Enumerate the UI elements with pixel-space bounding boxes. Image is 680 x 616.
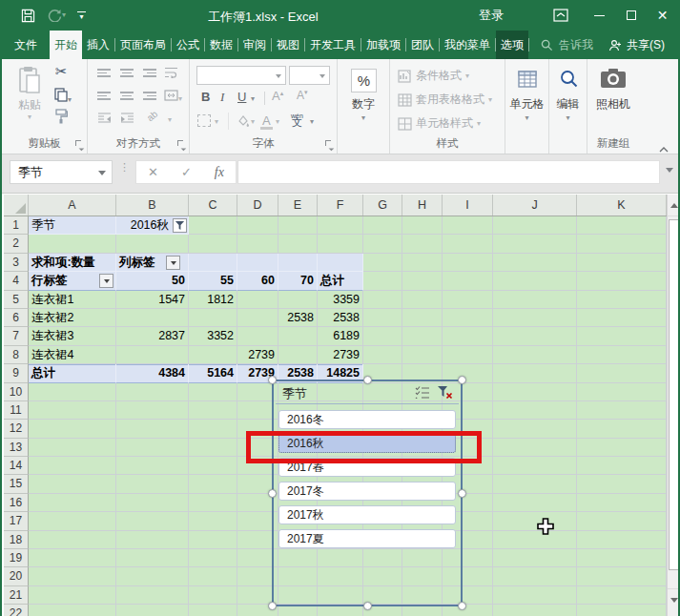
cell-K19[interactable] (577, 549, 667, 567)
cell-B4[interactable]: 50 (116, 272, 189, 290)
cell-A15[interactable] (29, 475, 116, 493)
slicer-handle[interactable] (458, 376, 466, 384)
cell-J9[interactable] (493, 364, 577, 382)
row-header-1[interactable]: 1 (4, 216, 29, 235)
sign-in[interactable]: 登录 (479, 7, 504, 24)
cell-B17[interactable] (116, 512, 189, 530)
tab-审阅[interactable]: 审阅 (238, 31, 271, 59)
cell-F1[interactable] (318, 216, 363, 235)
cell-K10[interactable] (577, 383, 667, 401)
cell-K5[interactable] (577, 291, 667, 309)
cell-B8[interactable] (116, 346, 189, 364)
cell-J2[interactable] (493, 235, 577, 253)
share-button[interactable]: 共享(S) (608, 37, 665, 53)
tab-数据[interactable]: 数据 (205, 31, 237, 59)
cell-D6[interactable] (237, 309, 278, 327)
cell-E4[interactable]: 70 (278, 272, 318, 290)
cell-B19[interactable] (116, 549, 189, 567)
cell-C8[interactable] (189, 346, 237, 364)
row-header-20[interactable]: 20 (4, 567, 29, 585)
pivot-dropdown-icon[interactable] (99, 274, 113, 288)
cell-B7[interactable]: 2837 (116, 327, 189, 345)
cell-A16[interactable] (29, 494, 116, 512)
insert-function-icon[interactable]: fx (215, 165, 224, 180)
font-color-button[interactable]: A (262, 113, 271, 128)
cell-K16[interactable] (577, 494, 667, 512)
align-right-icon[interactable] (143, 90, 156, 102)
fill-color-button[interactable] (236, 114, 250, 131)
align-top-icon[interactable] (97, 67, 111, 79)
conditional-formatting-button[interactable]: 条件格式▾ (398, 68, 469, 84)
formula-input[interactable] (237, 160, 660, 184)
cell-C4[interactable]: 55 (189, 272, 237, 290)
row-header-11[interactable]: 11 (4, 401, 29, 420)
cell-K2[interactable] (577, 235, 667, 253)
cell-K17[interactable] (577, 512, 667, 530)
paste-button[interactable]: 粘贴 ▾ (10, 66, 50, 121)
tab-加载项[interactable]: 加载项 (361, 31, 405, 59)
row-header-17[interactable]: 17 (4, 512, 29, 530)
cell-C22[interactable] (189, 605, 237, 616)
cell-I2[interactable] (443, 235, 493, 253)
wrap-text-icon[interactable] (164, 67, 178, 81)
borders-button[interactable] (197, 114, 211, 127)
cell-C2[interactable] (189, 235, 237, 253)
cell-G5[interactable] (363, 291, 402, 309)
customize-quick-access-button[interactable]: ▾ (77, 11, 86, 19)
ribbon-group-editing[interactable]: 编辑 ▾ (549, 59, 587, 154)
cell-F5[interactable]: 3359 (318, 291, 363, 309)
slicer-handle[interactable] (268, 376, 277, 384)
scroll-down-button[interactable] (668, 588, 680, 610)
cell-K3[interactable] (577, 254, 667, 272)
row-header-21[interactable]: 21 (4, 586, 29, 605)
pivot-dropdown-icon[interactable] (166, 256, 180, 270)
cell-A12[interactable] (29, 420, 116, 438)
slicer-handle[interactable] (458, 489, 466, 498)
cell-J15[interactable] (493, 475, 577, 493)
tell-me[interactable]: 告诉我 (541, 37, 593, 53)
cell-C17[interactable] (189, 512, 237, 530)
cell-F3[interactable] (318, 254, 363, 272)
underline-button[interactable]: U (237, 90, 246, 104)
align-middle-icon[interactable] (120, 67, 134, 79)
cell-B11[interactable] (116, 401, 189, 420)
cell-D3[interactable] (237, 254, 278, 272)
tab-选项[interactable]: 选项 (496, 31, 528, 59)
camera-button[interactable] (600, 67, 627, 92)
slicer-item-2016冬[interactable]: 2016冬 (278, 410, 456, 429)
vertical-scrollbar[interactable] (667, 195, 680, 616)
cell-H2[interactable] (402, 235, 443, 253)
column-header-D[interactable]: D (237, 195, 278, 216)
scroll-up-button[interactable] (668, 195, 680, 216)
cell-A8[interactable]: 连衣裙4 (29, 346, 116, 364)
cell-J5[interactable] (493, 291, 577, 309)
column-header-B[interactable]: B (116, 195, 189, 216)
row-header-14[interactable]: 14 (4, 457, 29, 475)
cell-C5[interactable]: 1812 (189, 291, 237, 309)
italic-button[interactable]: I (220, 90, 224, 105)
merge-center-icon[interactable]: ▾ (164, 90, 182, 104)
cell-C3[interactable] (189, 254, 237, 272)
cell-F2[interactable] (318, 235, 363, 253)
cell-J3[interactable] (493, 254, 577, 272)
tab-页面布局[interactable]: 页面布局 (115, 31, 171, 59)
cell-C15[interactable] (189, 475, 237, 493)
cut-button[interactable]: ✂ (55, 63, 68, 80)
cell-C13[interactable] (189, 439, 237, 457)
slicer[interactable]: 季节 2016冬2016秋2017春2017冬2017秋2017夏 (272, 380, 463, 606)
cell-A11[interactable] (29, 401, 116, 420)
cell-I8[interactable] (443, 346, 493, 364)
cancel-formula-icon[interactable]: ✕ (148, 165, 158, 179)
cell-A10[interactable] (29, 383, 116, 401)
row-header-4[interactable]: 4 (4, 272, 29, 290)
row-header-13[interactable]: 13 (4, 439, 29, 457)
slicer-handle[interactable] (363, 602, 372, 610)
slicer-handle[interactable] (268, 602, 277, 610)
column-header-C[interactable]: C (189, 195, 237, 216)
row-header-15[interactable]: 15 (4, 475, 29, 493)
cell-J19[interactable] (493, 549, 577, 567)
ribbon-group-number[interactable]: % 数字 ▾ (338, 59, 390, 154)
cell-J8[interactable] (493, 346, 577, 364)
cell-H3[interactable] (402, 254, 443, 272)
name-box[interactable]: 季节 (10, 160, 113, 184)
